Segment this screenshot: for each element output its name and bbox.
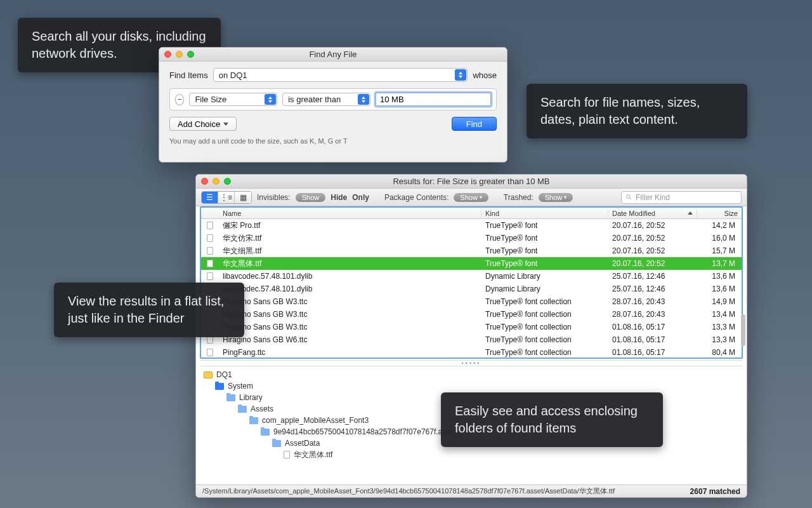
tree-row[interactable]: DQ1 <box>204 369 739 380</box>
tree-row[interactable]: System <box>204 380 739 392</box>
callout-criteria: Search for file names, sizes, dates, pla… <box>527 84 747 138</box>
chevron-updown-icon <box>358 94 369 105</box>
cell-kind: TrueType® font collection <box>481 335 608 344</box>
titlebar[interactable]: Find Any File <box>159 48 507 62</box>
cell-kind: TrueType® font <box>481 259 608 268</box>
folder-icon <box>272 440 281 447</box>
col-name[interactable]: Name <box>219 210 481 217</box>
table-row[interactable]: libavcodec.57.48.101.dylibDynamic Librar… <box>201 283 742 295</box>
table-row[interactable]: 华文细黑.ttfTrueType® font20.07.16, 20:5215,… <box>201 244 742 257</box>
invisibles-show-pill[interactable]: Show <box>296 193 326 202</box>
cell-date: 01.08.16, 05:17 <box>608 323 697 331</box>
search-window: Find Any File Find Items on DQ1 whose − … <box>159 47 508 163</box>
add-choice-button[interactable]: Add Choice <box>169 117 237 131</box>
file-icon <box>201 260 219 267</box>
cell-name: Hiragino Sans GB W3.ttc <box>219 297 481 306</box>
cell-name: PingFang.ttc <box>219 348 481 357</box>
find-button[interactable]: Find <box>452 117 497 131</box>
operator-value: is greater than <box>288 95 341 104</box>
tree-row[interactable]: 华文黑体.ttf <box>204 449 739 460</box>
col-date[interactable]: Date Modified <box>608 210 697 217</box>
cell-kind: TrueType® font collection <box>481 297 608 306</box>
cell-date: 20.07.16, 20:52 <box>608 221 697 230</box>
table-row[interactable]: Hiragino Sans GB W6.ttcTrueType® font co… <box>201 333 742 346</box>
tree-label: System <box>228 382 253 391</box>
table-row[interactable]: PingFang.ttcTrueType® font collection01.… <box>201 346 742 358</box>
cell-size: 13,7 M <box>697 259 742 268</box>
tree-label: 9e94d14bcb65750041078148a2578df7f07e767f… <box>273 427 456 436</box>
whose-label: whose <box>473 70 497 80</box>
table-row[interactable]: libavcodec.57.48.101.dylibDynamic Librar… <box>201 270 742 283</box>
svg-line-1 <box>630 198 631 199</box>
remove-criterion-button[interactable]: − <box>175 94 184 105</box>
cell-kind: TrueType® font <box>481 221 608 230</box>
cell-name: libavcodec.57.48.101.dylib <box>219 284 481 293</box>
scope-value: on DQ1 <box>219 70 247 80</box>
invisibles-only[interactable]: Only <box>352 193 369 202</box>
toolbar: ☰ ⋮≡ ▦ Invisibles: Show Hide Only Packag… <box>196 189 747 206</box>
cell-size: 15,7 M <box>697 246 742 255</box>
split-handle[interactable]: ••••• <box>200 360 743 366</box>
callout-enclosing: Easily see and access enclosing folders … <box>441 392 663 447</box>
minimize-icon[interactable] <box>176 51 183 58</box>
hint-text: You may add a unit code to the size, suc… <box>169 137 497 145</box>
cell-name: 华文黑体.ttf <box>219 258 481 269</box>
attribute-select[interactable]: File Size <box>189 93 277 106</box>
table-body[interactable]: 儷宋 Pro.ttfTrueType® font20.07.16, 20:521… <box>201 219 742 358</box>
table-header[interactable]: Name Kind Date Modified Size <box>201 208 742 219</box>
window-title: Find Any File <box>159 50 507 59</box>
package-show-pill[interactable]: Show ▾ <box>454 193 488 202</box>
cell-date: 20.07.16, 20:52 <box>608 259 697 268</box>
col-size[interactable]: Size <box>697 210 742 217</box>
cell-name: Hiragino Sans GB W3.ttc <box>219 323 481 331</box>
operator-select[interactable]: is greater than <box>282 93 370 106</box>
view-tree-icon[interactable]: ⋮≡ <box>218 192 235 203</box>
cell-kind: TrueType® font collection <box>481 348 608 357</box>
table-row[interactable]: Hiragino Sans GB W3.ttcTrueType® font co… <box>201 295 742 308</box>
tree-label: AssetData <box>285 439 320 448</box>
table-row[interactable]: 华文仿宋.ttfTrueType® font20.07.16, 20:5216,… <box>201 232 742 244</box>
trashed-show-pill[interactable]: Show ▾ <box>539 193 573 202</box>
tree-label: Library <box>239 393 263 402</box>
cell-size: 16,0 M <box>697 234 742 243</box>
close-icon[interactable] <box>201 178 208 185</box>
scope-select[interactable]: on DQ1 <box>213 68 468 82</box>
view-list-icon[interactable]: ☰ <box>202 192 218 203</box>
folder-icon <box>238 406 247 413</box>
cell-date: 25.07.16, 12:46 <box>608 284 697 293</box>
add-choice-label: Add Choice <box>178 119 220 129</box>
table-row[interactable]: Hiragino Sans GB W3.ttcTrueType® font co… <box>201 308 742 321</box>
scrollbar[interactable] <box>740 213 745 370</box>
table-row[interactable]: Hiragino Sans GB W3.ttcTrueType® font co… <box>201 321 742 333</box>
file-icon <box>201 272 219 280</box>
titlebar[interactable]: Results for: File Size is greater than 1… <box>196 175 747 189</box>
cell-date: 20.07.16, 20:52 <box>608 246 697 255</box>
invisibles-hide[interactable]: Hide <box>331 193 347 202</box>
attribute-value: File Size <box>195 95 226 104</box>
cell-size: 13,6 M <box>697 272 742 281</box>
view-mode-segment[interactable]: ☰ ⋮≡ ▦ <box>201 191 252 204</box>
zoom-icon[interactable] <box>187 51 194 58</box>
minimize-icon[interactable] <box>213 178 219 185</box>
table-row[interactable]: 儷宋 Pro.ttfTrueType® font20.07.16, 20:521… <box>201 219 742 232</box>
trashed-label: Trashed: <box>504 193 534 202</box>
folder-icon <box>226 394 235 401</box>
close-icon[interactable] <box>164 51 171 58</box>
folder-icon <box>215 383 224 390</box>
zoom-icon[interactable] <box>224 178 231 185</box>
scroll-thumb[interactable] <box>741 314 745 346</box>
tree-label: 华文黑体.ttf <box>294 450 332 460</box>
cell-size: 13,3 M <box>697 323 742 331</box>
cell-size: 13,6 M <box>697 284 742 293</box>
criteria-row: − File Size is greater than <box>169 88 497 110</box>
col-kind[interactable]: Kind <box>481 210 608 217</box>
cell-date: 25.07.16, 12:46 <box>608 272 697 281</box>
cell-kind: TrueType® font <box>481 234 608 243</box>
filter-kind-input[interactable]: Filter Kind <box>621 191 742 204</box>
cell-name: libavcodec.57.48.101.dylib <box>219 272 481 281</box>
file-icon <box>201 222 219 229</box>
cell-kind: Dynamic Library <box>481 284 608 293</box>
view-grid-icon[interactable]: ▦ <box>235 192 251 203</box>
table-row[interactable]: 华文黑体.ttfTrueType® font20.07.16, 20:5213,… <box>201 257 742 270</box>
value-input[interactable] <box>376 93 491 106</box>
